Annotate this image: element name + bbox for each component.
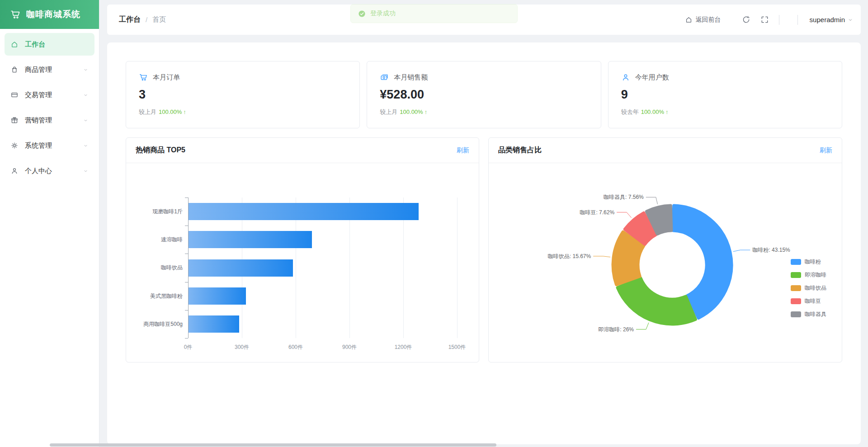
toast-message: 登录成功 — [370, 9, 396, 18]
chevron-down-icon — [83, 143, 89, 149]
sidebar-item-label: 交易管理 — [25, 91, 52, 99]
stat-compare-percent: 100.00% — [400, 108, 423, 115]
x-tick-label: 300件 — [222, 343, 262, 351]
category-refresh-link[interactable]: 刷新 — [820, 146, 832, 155]
stat-card-1: 本月订单3较上月100.00%↑ — [126, 61, 360, 128]
sidebar-item-2[interactable]: 商品管理 — [5, 58, 94, 81]
gift-icon — [10, 116, 19, 124]
trend-up-arrow-icon: ↑ — [665, 108, 669, 115]
pie-slice — [618, 278, 695, 324]
legend-swatch — [791, 311, 801, 317]
divider — [797, 15, 798, 25]
stat-compare: 较去年100.00%↑ — [621, 108, 829, 116]
legend-label: 咖啡器具 — [805, 311, 826, 318]
bar-category-label: 美式黑咖啡粉 — [122, 282, 183, 310]
pie-label: 即溶咖啡: 26% — [598, 326, 634, 333]
x-tick-label: 1500件 — [437, 343, 477, 351]
app-title: 咖啡商城系统 — [26, 9, 80, 20]
card-icon — [10, 91, 19, 99]
check-circle-icon — [358, 10, 366, 18]
topbar-actions: 返回前台 superadmin — [685, 15, 854, 25]
cart-icon — [10, 9, 21, 20]
legend-label: 即溶咖啡 — [805, 271, 826, 279]
stat-value: 9 — [621, 88, 829, 102]
sidebar-item-6[interactable]: 个人中心 — [5, 160, 94, 182]
horizontal-scrollbar-thumb[interactable] — [50, 443, 496, 447]
legend-item-5[interactable]: 咖啡器具 — [791, 310, 826, 319]
sidebar-item-5[interactable]: 系统管理 — [5, 134, 94, 157]
y-tick — [185, 254, 188, 254]
stat-label: 今年用户数 — [635, 73, 669, 82]
chevron-down-icon — [847, 17, 854, 23]
category-chart-card: 品类销售占比 刷新 咖啡粉: 43.15%即溶咖啡: 26%咖啡饮品: 15.6… — [488, 137, 842, 362]
y-tick — [185, 226, 188, 226]
trend-up-arrow-icon: ↑ — [183, 108, 186, 115]
pie-label: 咖啡器具: 7.56% — [604, 194, 644, 200]
pie-label-leader — [636, 323, 649, 329]
sidebar-item-label: 商品管理 — [25, 66, 52, 74]
back-to-front-label: 返回前台 — [696, 16, 721, 24]
x-tick-label: 900件 — [329, 343, 370, 351]
legend-label: 咖啡豆 — [805, 297, 821, 305]
chevron-down-icon — [83, 67, 89, 73]
legend-item-2[interactable]: 即溶咖啡 — [791, 270, 826, 279]
stat-card-2: 本月销售额¥528.00较上月100.00%↑ — [367, 61, 601, 128]
cart-icon — [139, 73, 148, 82]
user-menu[interactable]: superadmin — [810, 16, 854, 24]
sidebar-item-3[interactable]: 交易管理 — [5, 84, 94, 106]
bar — [189, 231, 312, 248]
breadcrumb-root[interactable]: 工作台 — [119, 15, 141, 24]
x-tick-label: 600件 — [275, 343, 316, 351]
refresh-icon[interactable] — [742, 15, 750, 24]
pie-chart: 咖啡粉: 43.15%即溶咖啡: 26%咖啡饮品: 15.67%咖啡豆: 7.6… — [489, 163, 842, 362]
sidebar-item-label: 个人中心 — [25, 167, 52, 175]
bar — [189, 259, 293, 277]
stat-compare-percent: 100.00% — [641, 108, 664, 115]
top5-refresh-link[interactable]: 刷新 — [457, 146, 469, 155]
pie-label-leader — [646, 197, 658, 204]
breadcrumb-current: 首页 — [152, 15, 166, 24]
pie-label-leader — [733, 250, 750, 251]
back-to-front-button[interactable]: 返回前台 — [685, 16, 721, 24]
legend-item-1[interactable]: 咖啡粉 — [791, 257, 826, 266]
gridline — [457, 198, 458, 338]
pie-label-leader — [593, 256, 610, 257]
stat-compare: 较上月100.00%↑ — [139, 108, 347, 116]
bar — [189, 203, 419, 220]
legend-item-3[interactable]: 咖啡饮品 — [791, 283, 826, 292]
sidebar: 咖啡商城系统 工作台商品管理交易管理营销管理系统管理个人中心 — [0, 0, 99, 447]
bar-category-label: 咖啡饮品 — [122, 254, 183, 282]
legend-swatch — [791, 285, 801, 291]
user-icon — [621, 73, 630, 82]
home-icon — [10, 40, 19, 48]
stat-card-head: 本月订单 — [139, 73, 347, 82]
stat-card-3: 今年用户数9较去年100.00%↑ — [608, 61, 842, 128]
x-tick-label: 1200件 — [383, 343, 424, 351]
y-tick — [185, 282, 188, 282]
stat-cards: 本月订单3较上月100.00%↑本月销售额¥528.00较上月100.00%↑今… — [126, 61, 842, 128]
trend-up-arrow-icon: ↑ — [425, 108, 428, 115]
stat-label: 本月订单 — [153, 73, 180, 82]
sidebar-item-1[interactable]: 工作台 — [5, 33, 94, 56]
stat-card-head: 今年用户数 — [621, 73, 829, 82]
fullscreen-icon[interactable] — [760, 15, 769, 24]
top5-card-title: 热销商品 TOP5 — [136, 146, 185, 155]
bar — [189, 287, 246, 305]
home-icon — [685, 16, 693, 24]
stat-value: 3 — [139, 88, 347, 102]
sidebar-item-4[interactable]: 营销管理 — [5, 109, 94, 132]
content-panel: 本月订单3较上月100.00%↑本月销售额¥528.00较上月100.00%↑今… — [107, 42, 861, 444]
y-tick — [185, 310, 188, 311]
stat-compare-percent: 100.00% — [159, 108, 182, 115]
legend-item-4[interactable]: 咖啡豆 — [791, 296, 826, 306]
money-icon — [380, 73, 389, 82]
sidebar-item-label: 营销管理 — [25, 116, 52, 125]
x-tick-label: 0件 — [168, 343, 208, 351]
chevron-down-icon — [83, 168, 89, 174]
sidebar-item-label: 系统管理 — [25, 141, 52, 150]
y-tick — [185, 338, 188, 339]
chevron-down-icon — [83, 92, 89, 98]
breadcrumb-separator: / — [146, 16, 147, 24]
stat-compare: 较上月100.00%↑ — [380, 108, 588, 116]
y-tick — [185, 198, 188, 198]
